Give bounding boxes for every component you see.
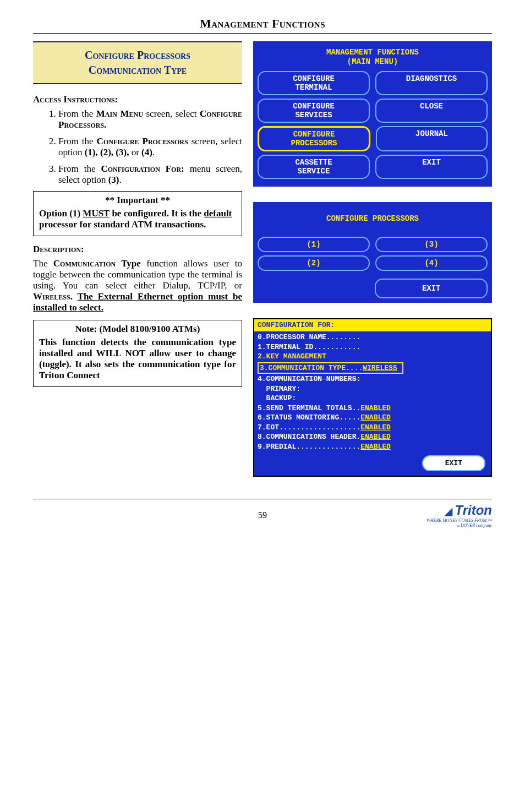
- line-0[interactable]: 0.PROCESSOR NAME........: [258, 333, 360, 341]
- line-3-highlight[interactable]: 3.COMMUNICATION TYPE....WIRELESS: [258, 362, 403, 374]
- t: .: [70, 291, 78, 302]
- t: .: [119, 175, 121, 185]
- exit-button[interactable]: EXIT: [375, 279, 488, 298]
- logo-tagline: WHERE MONEY COMES FROM.™: [339, 518, 492, 523]
- line-1[interactable]: 1.TERMINAL ID...........: [258, 343, 360, 351]
- atm-configuration-for: CONFIGURATION FOR: 0.PROCESSOR NAME.....…: [253, 318, 492, 477]
- line-7[interactable]: 7.EOT...................ENABLED: [258, 423, 391, 432]
- line-2[interactable]: 2.KEY MANAGEMENT: [258, 352, 326, 361]
- line-4: 4.COMMUNICATION NUMBERS:: [258, 375, 360, 383]
- t: Communication: [53, 258, 116, 269]
- triton-logo: Triton: [455, 503, 492, 517]
- step-2: From the Configure Processors screen, se…: [58, 136, 242, 158]
- line-5[interactable]: 5.SEND TERMINAL TOTALS..ENABLED: [258, 404, 391, 412]
- t: (3): [108, 175, 119, 185]
- atm2-title: CONFIGURE PROCESSORS: [258, 214, 488, 224]
- t: Configuration For:: [101, 164, 184, 174]
- page-header: Management Functions: [33, 17, 492, 31]
- exit-button[interactable]: EXIT: [422, 455, 485, 472]
- line-backup: BACKUP:: [258, 394, 296, 402]
- configure-terminal-button[interactable]: CONFIGURE TERMINAL: [258, 71, 370, 95]
- configure-services-button[interactable]: CONFIGURE SERVICES: [258, 99, 370, 123]
- t: 3.COMMUNICATION TYPE....: [260, 364, 363, 372]
- page-footer: 59 ◢ Triton WHERE MONEY COMES FROM.™ a D…: [33, 499, 492, 528]
- access-heading: Access Instructions:: [33, 94, 242, 105]
- note-title: Note: (Model 8100/9100 ATMs): [39, 324, 236, 335]
- t: ENABLED: [360, 433, 391, 441]
- atm-main-menu: MANAGEMENT FUNCTIONS (MAIN MENU) CONFIGU…: [253, 41, 492, 187]
- t: 6.STATUS MONITORING.....: [258, 413, 360, 422]
- processor-3-button[interactable]: (3): [375, 237, 488, 252]
- t: (1), (2), (3),: [85, 147, 132, 157]
- t: 5.SEND TERMINAL TOTALS..: [258, 404, 360, 412]
- t: .: [152, 147, 155, 157]
- t: 7.EOT...................: [258, 423, 360, 432]
- important-box: ** Important ** Option (1) MUST be confi…: [33, 191, 242, 236]
- description-heading: Description:: [33, 244, 242, 255]
- atm-title: MANAGEMENT FUNCTIONS (MAIN MENU): [258, 48, 488, 67]
- t: From the: [58, 164, 101, 174]
- t: Type: [116, 258, 141, 269]
- t: 9.PREDIAL...............: [258, 443, 360, 451]
- divider: [33, 33, 492, 34]
- journal-button[interactable]: JOURNAL: [376, 126, 488, 151]
- cassette-service-button[interactable]: CASSETTE SERVICE: [258, 155, 370, 179]
- divider: [33, 499, 492, 499]
- important-body: Option (1) MUST be configured. It is the…: [39, 208, 236, 230]
- t: or: [132, 147, 141, 157]
- note-body: This function detects the communication …: [39, 337, 236, 381]
- t: Wireless: [33, 291, 70, 302]
- line-8[interactable]: 8.COMMUNICATIONS HEADER.ENABLED: [258, 433, 391, 441]
- triton-logo-icon: ◢: [444, 505, 452, 517]
- page-number: 59: [186, 510, 339, 520]
- t: Main Menu: [96, 108, 143, 119]
- line-9[interactable]: 9.PREDIAL...............ENABLED: [258, 443, 391, 451]
- logo-dover: a DOVER company: [339, 523, 492, 528]
- t: The: [33, 258, 53, 269]
- atm-configure-processors: CONFIGURE PROCESSORS (1) (3) (2) (4) EXI…: [253, 202, 492, 303]
- processor-4-button[interactable]: (4): [375, 255, 488, 271]
- t: From the: [58, 136, 97, 146]
- t: Option (1): [39, 208, 83, 219]
- t: processor for standard ATM transactions.: [39, 219, 206, 230]
- config-for-header: CONFIGURATION FOR:: [254, 319, 491, 331]
- line-primary: PRIMARY:: [258, 385, 300, 393]
- title-line-2: Communication Type: [37, 63, 238, 78]
- processor-1-button[interactable]: (1): [258, 237, 370, 252]
- config-list: 0.PROCESSOR NAME........ 1.TERMINAL ID..…: [254, 331, 491, 453]
- step-1: From the Main Menu screen, select Config…: [58, 108, 242, 130]
- t: ENABLED: [360, 443, 391, 451]
- step-3: From the Configuration For: menu screen,…: [58, 164, 242, 186]
- note-box: Note: (Model 8100/9100 ATMs) This functi…: [33, 320, 242, 387]
- t: screen, select: [143, 108, 200, 119]
- t: WIRELESS: [363, 364, 397, 372]
- t: MUST: [83, 208, 110, 219]
- processor-2-button[interactable]: (2): [258, 255, 370, 271]
- t: Configure Processors: [97, 136, 188, 146]
- t: default: [204, 208, 232, 219]
- important-title: ** Important **: [39, 195, 236, 206]
- t: ENABLED: [360, 423, 391, 432]
- close-button[interactable]: CLOSE: [375, 99, 488, 123]
- title-line-1: Configure Processors: [37, 48, 238, 63]
- description-body: The Communication Type function allows u…: [33, 258, 242, 313]
- t: ENABLED: [360, 413, 391, 422]
- t: This function detects the communication …: [39, 337, 236, 380]
- t: be configured. It is the: [110, 208, 204, 219]
- t: ENABLED: [360, 404, 391, 412]
- access-steps: From the Main Menu screen, select Config…: [33, 108, 242, 186]
- t: 8.COMMUNICATIONS HEADER.: [258, 433, 360, 441]
- exit-button[interactable]: EXIT: [375, 155, 488, 179]
- configure-processors-button[interactable]: CONFIGURE PROCESSORS: [258, 126, 370, 151]
- diagnostics-button[interactable]: DIAGNOSTICS: [375, 71, 488, 95]
- section-title: Configure Processors Communication Type: [33, 41, 242, 84]
- t: From the: [58, 108, 96, 119]
- t: (4): [141, 147, 152, 157]
- line-6[interactable]: 6.STATUS MONITORING.....ENABLED: [258, 413, 391, 422]
